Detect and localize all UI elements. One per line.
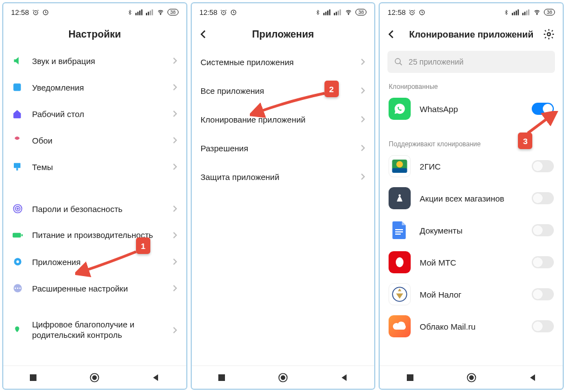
more-icon bbox=[12, 283, 23, 294]
nav-back-icon[interactable] bbox=[151, 373, 160, 382]
svg-rect-39 bbox=[218, 374, 225, 381]
toggle-docs[interactable] bbox=[532, 224, 554, 236]
theme-icon bbox=[12, 162, 22, 172]
svg-point-27 bbox=[93, 375, 97, 379]
svg-rect-9 bbox=[151, 9, 153, 15]
svg-rect-25 bbox=[30, 374, 36, 381]
svg-rect-11 bbox=[13, 83, 21, 91]
nav-bar bbox=[192, 365, 375, 389]
nav-bar bbox=[3, 365, 186, 389]
app-row-mts[interactable]: Мой МТС bbox=[380, 246, 563, 278]
svg-rect-37 bbox=[340, 9, 341, 15]
alarm-icon bbox=[408, 9, 416, 16]
app-row-2gis[interactable]: 2ГИС bbox=[380, 150, 563, 182]
svg-point-52 bbox=[537, 14, 537, 15]
bluetooth-icon bbox=[504, 9, 509, 16]
svg-rect-60 bbox=[395, 231, 403, 232]
svg-rect-44 bbox=[512, 13, 513, 15]
signal2-icon bbox=[146, 9, 154, 15]
svg-point-14 bbox=[14, 205, 22, 213]
svg-rect-2 bbox=[135, 13, 137, 15]
svg-rect-36 bbox=[338, 10, 339, 15]
app-row-sales[interactable]: Акции всех магазинов bbox=[380, 182, 563, 214]
wallpaper-icon bbox=[12, 135, 22, 145]
row-label: Расширенные настройки bbox=[32, 284, 172, 293]
settings-button[interactable] bbox=[543, 21, 555, 47]
app-label: Акции всех магазинов bbox=[420, 194, 523, 203]
screen-apps: 12:58 38 Приложения Системные приложения… bbox=[191, 2, 376, 390]
svg-point-10 bbox=[160, 14, 161, 15]
status-time: 12:58 bbox=[200, 8, 218, 17]
row-wallpaper[interactable]: Обои bbox=[3, 127, 186, 153]
app-row-docs[interactable]: Документы bbox=[380, 214, 563, 246]
nav-back-icon[interactable] bbox=[528, 373, 537, 382]
svg-rect-34 bbox=[334, 13, 335, 15]
gear-icon bbox=[543, 28, 555, 40]
svg-rect-30 bbox=[323, 13, 324, 15]
nalog-icon bbox=[389, 283, 411, 305]
nav-home-icon[interactable] bbox=[89, 372, 100, 383]
app-row-oblako[interactable]: Облако Mail.ru bbox=[380, 310, 563, 342]
svg-rect-48 bbox=[522, 13, 523, 15]
row-desktop[interactable]: Рабочий стол bbox=[3, 100, 186, 127]
svg-point-41 bbox=[281, 375, 285, 379]
row-label: Звук и вибрация bbox=[32, 56, 172, 66]
svg-rect-57 bbox=[392, 168, 407, 173]
battery-icon: 38 bbox=[167, 9, 179, 15]
row-permissions[interactable]: Разрешения bbox=[192, 134, 375, 162]
signal2-icon bbox=[522, 9, 530, 15]
svg-rect-8 bbox=[150, 10, 151, 15]
row-label: Пароли и безопасность bbox=[32, 204, 172, 214]
toggle-oblako[interactable] bbox=[532, 320, 554, 332]
search-input[interactable]: 25 приложений bbox=[387, 51, 555, 73]
nav-home-icon[interactable] bbox=[466, 372, 477, 383]
svg-rect-31 bbox=[326, 12, 327, 15]
row-label: Системные приложения bbox=[201, 57, 360, 67]
svg-rect-7 bbox=[148, 12, 149, 15]
row-themes[interactable]: Темы bbox=[3, 153, 186, 180]
toggle-mts[interactable] bbox=[532, 256, 554, 268]
nav-recent-icon[interactable] bbox=[29, 373, 38, 382]
svg-point-15 bbox=[15, 206, 20, 211]
screen-settings: 12:58 38 Настройки Звук и вибрация Уведо… bbox=[2, 2, 187, 390]
row-security[interactable]: Пароли и безопасность bbox=[3, 195, 186, 222]
app-label: Мой МТС bbox=[420, 258, 523, 267]
row-sound[interactable]: Звук и вибрация bbox=[3, 47, 186, 74]
row-label: Разрешения bbox=[201, 144, 360, 153]
svg-point-23 bbox=[17, 288, 19, 289]
signal-icon bbox=[512, 9, 520, 15]
annotation-badge-3: 3 bbox=[518, 133, 532, 149]
page-title: Настройки bbox=[69, 29, 121, 40]
row-wellbeing[interactable]: Цифровое благополучие и родительский кон… bbox=[3, 317, 186, 343]
app-row-nalog[interactable]: Мой Налог bbox=[380, 278, 563, 310]
status-bar: 12:58 38 bbox=[192, 3, 375, 21]
battery-icon: 38 bbox=[355, 9, 366, 15]
search-icon bbox=[394, 57, 403, 66]
row-power[interactable]: Питание и производительность bbox=[3, 222, 186, 248]
toggle-2gis[interactable] bbox=[532, 160, 554, 172]
row-app-protection[interactable]: Защита приложений bbox=[192, 162, 375, 191]
svg-rect-47 bbox=[518, 9, 519, 15]
status-bar: 12:58 38 bbox=[380, 3, 563, 21]
svg-point-20 bbox=[17, 261, 19, 263]
toggle-nalog[interactable] bbox=[532, 288, 554, 300]
clock-icon bbox=[418, 9, 426, 16]
signal-icon bbox=[135, 9, 143, 15]
svg-point-16 bbox=[17, 208, 19, 210]
row-notifications[interactable]: Уведомления bbox=[3, 74, 186, 100]
wifi-icon bbox=[156, 9, 165, 15]
nav-recent-icon[interactable] bbox=[217, 373, 226, 382]
toggle-sales[interactable] bbox=[532, 192, 554, 204]
svg-rect-45 bbox=[514, 12, 515, 15]
nav-recent-icon[interactable] bbox=[406, 373, 415, 382]
battery-perf-icon bbox=[12, 231, 23, 239]
nav-bar bbox=[380, 365, 563, 389]
svg-point-24 bbox=[19, 288, 21, 289]
docs-icon bbox=[389, 219, 411, 241]
back-button[interactable] bbox=[385, 21, 397, 47]
row-system-apps[interactable]: Системные приложения bbox=[192, 47, 375, 76]
nav-back-icon[interactable] bbox=[340, 373, 349, 382]
back-button[interactable] bbox=[197, 21, 209, 47]
app-label: WhatsApp bbox=[420, 104, 523, 114]
nav-home-icon[interactable] bbox=[277, 372, 289, 383]
